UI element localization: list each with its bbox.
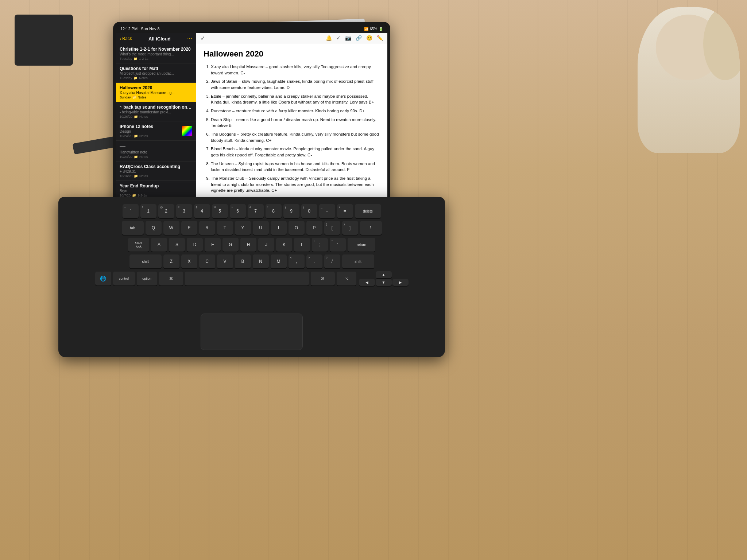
key-g[interactable]: G (222, 238, 239, 252)
key-backslash[interactable]: |\ (360, 221, 382, 235)
key-delete[interactable]: delete (355, 204, 381, 218)
key-cmd-right[interactable]: ⌘ (311, 272, 335, 285)
key-v[interactable]: V (217, 254, 233, 268)
key-l[interactable]: L (294, 238, 310, 252)
key-rbracket[interactable]: }] (342, 221, 358, 235)
wifi-icon: 📶 (364, 27, 368, 31)
list-item[interactable]: iPhone 12 notes Design 10/24/20 📁 Notes (116, 121, 196, 141)
key-k[interactable]: K (276, 238, 292, 252)
key-m[interactable]: M (271, 254, 287, 268)
key-9[interactable]: (9 (283, 204, 299, 218)
key-r[interactable]: R (199, 221, 215, 235)
chevron-left-icon: ‹ (120, 36, 121, 41)
key-e[interactable]: E (181, 221, 197, 235)
key-d[interactable]: D (187, 238, 203, 252)
key-slash[interactable]: ?/ (324, 254, 340, 268)
key-z[interactable]: Z (163, 254, 179, 268)
key-t[interactable]: T (217, 221, 233, 235)
note-folder: Notes (139, 174, 148, 178)
note-content-area[interactable]: ⤢ 🔔 ✓ 📷 🔗 😊 ✏️ Halloween 2020 (196, 33, 387, 209)
status-day: Sun Nov 8 (141, 27, 159, 31)
key-space[interactable] (185, 272, 309, 285)
key-s[interactable]: S (169, 238, 185, 252)
checkmark-icon[interactable]: ✓ (336, 35, 341, 41)
key-2[interactable]: @2 (158, 204, 174, 218)
emoji-icon[interactable]: 😊 (366, 35, 372, 41)
key-quote[interactable]: "' (330, 238, 346, 252)
key-control[interactable]: control (113, 272, 135, 285)
back-label: Back (122, 36, 132, 41)
camera-icon[interactable]: 📷 (345, 35, 351, 41)
key-equals[interactable]: += (337, 204, 353, 218)
key-5[interactable]: %5 (212, 204, 228, 218)
key-h[interactable]: H (240, 238, 256, 252)
note-preview: Microsoft just dropped an updat... (120, 71, 192, 75)
list-item[interactable]: — Handwritten note 10/24/20 📁 Notes (116, 141, 196, 162)
note-meta: 10/24/20 📁 Notes (120, 155, 192, 159)
key-8[interactable]: *8 (266, 204, 282, 218)
compose-icon[interactable]: ✏️ (377, 35, 383, 41)
key-1[interactable]: !1 (140, 204, 156, 218)
key-n[interactable]: N (253, 254, 269, 268)
list-item[interactable]: Questions for Matt Microsoft just droppe… (116, 63, 196, 83)
key-tab[interactable]: tab (122, 221, 144, 235)
note-body[interactable]: Halloween 2020 X-ray aka Hospital Massac… (196, 43, 387, 209)
note-title: RAD|Cross Class accounting (120, 164, 192, 169)
trackpad[interactable] (201, 314, 303, 350)
key-semicolon[interactable]: :; (312, 238, 328, 252)
reminder-icon[interactable]: 🔔 (326, 35, 332, 41)
key-capslock[interactable]: capslock (128, 238, 149, 252)
key-b[interactable]: B (235, 254, 251, 268)
key-a[interactable]: A (151, 238, 167, 252)
key-globe[interactable]: 🌐 (95, 272, 111, 285)
key-u[interactable]: U (253, 221, 269, 235)
key-backtick[interactable]: ~` (123, 204, 139, 218)
key-0[interactable]: )0 (301, 204, 317, 218)
back-button[interactable]: ‹ Back (120, 36, 132, 41)
note-folder: 1-2-1s (139, 57, 148, 61)
key-lbracket[interactable]: {[ (324, 221, 340, 235)
key-4[interactable]: $4 (194, 204, 210, 218)
key-option-left[interactable]: option (137, 272, 157, 285)
key-3[interactable]: #3 (176, 204, 192, 218)
notes-list[interactable]: Christine 1-2-1 for November 2020 What's… (116, 44, 196, 200)
key-y[interactable]: Y (235, 221, 251, 235)
key-w[interactable]: W (163, 221, 179, 235)
key-f[interactable]: F (205, 238, 221, 252)
key-q[interactable]: Q (146, 221, 162, 235)
key-x[interactable]: X (181, 254, 197, 268)
list-item: Blood Beach – kinda clunky monster movie… (211, 146, 380, 158)
stuffed-animal (638, 7, 740, 153)
key-p[interactable]: P (306, 221, 322, 235)
key-period[interactable]: >. (306, 254, 322, 268)
folder-icon: 📁 (134, 134, 138, 138)
note-preview: Bryn (120, 189, 192, 193)
key-cmd-left[interactable]: ⌘ (159, 272, 183, 285)
key-minus[interactable]: _- (319, 204, 335, 218)
expand-icon[interactable]: ⤢ (201, 35, 205, 41)
link-icon[interactable]: 🔗 (356, 35, 362, 41)
key-shift-left[interactable]: shift (129, 254, 162, 268)
key-arrow-down[interactable]: ▼ (376, 279, 392, 286)
key-c[interactable]: C (199, 254, 215, 268)
list-item[interactable]: Halloween 2020 X-ray aka Hospital Massac… (116, 83, 196, 102)
key-arrow-left[interactable]: ◀ (359, 279, 375, 286)
note-preview: Design (120, 129, 182, 133)
key-i[interactable]: I (271, 221, 287, 235)
key-return[interactable]: return (348, 238, 375, 252)
status-time: 12:12 PM (120, 27, 138, 31)
key-comma[interactable]: <, (289, 254, 305, 268)
key-o[interactable]: O (289, 221, 305, 235)
key-option-right[interactable]: ⌥ (337, 272, 356, 285)
list-item[interactable]: RAD|Cross Class accounting + $429.31 10/… (116, 162, 196, 181)
key-6[interactable]: ^6 (230, 204, 246, 218)
key-shift-right[interactable]: shift (342, 254, 374, 268)
list-item[interactable]: Christine 1-2-1 for November 2020 What's… (116, 44, 196, 63)
key-j[interactable]: J (258, 238, 274, 252)
key-arrow-right[interactable]: ▶ (392, 279, 409, 286)
key-arrow-up[interactable]: ▲ (376, 271, 392, 278)
note-date: Tuesday (120, 57, 132, 61)
list-item[interactable]: ~ back tap sound recognition on scr... -… (116, 102, 196, 121)
sidebar-menu-button[interactable]: ⋯ (187, 36, 192, 42)
key-7[interactable]: &7 (248, 204, 264, 218)
